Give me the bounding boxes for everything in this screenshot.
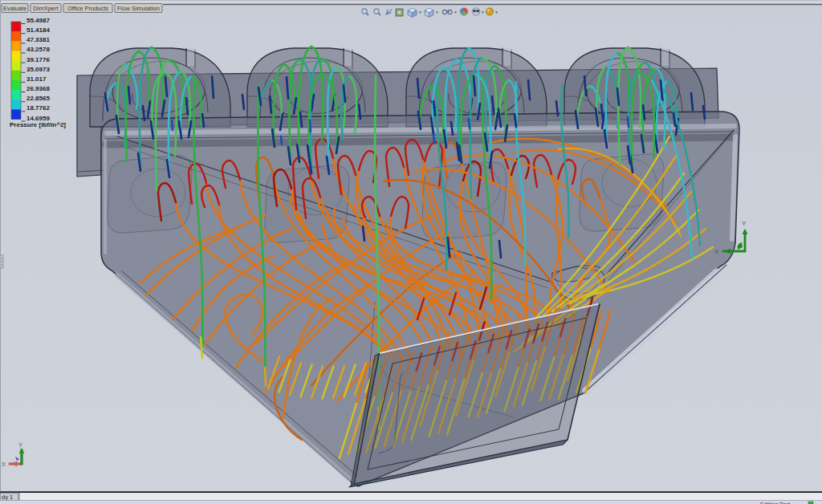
svg-text:Editing Part: Editing Part [760,501,790,504]
svg-text:51.4184: 51.4184 [26,26,50,34]
svg-text:Evaluate: Evaluate [3,5,26,12]
svg-text:X: X [2,461,6,468]
svg-text:22.8565: 22.8565 [26,95,50,102]
svg-text:47.3381: 47.3381 [26,36,50,43]
svg-text:18.7762: 18.7762 [26,104,50,112]
svg-text:26.9368: 26.9368 [26,85,50,92]
svg-text:X: X [714,248,719,255]
svg-text:55.4987: 55.4987 [26,17,50,24]
svg-text:Pressure [lbf/in^2]: Pressure [lbf/in^2] [10,121,66,128]
svg-text:43.2578: 43.2578 [26,46,50,53]
svg-text:31.017: 31.017 [26,75,47,83]
svg-text:DimXpert: DimXpert [33,5,59,12]
svg-text:Flow Simulation: Flow Simulation [117,5,160,12]
svg-text:Y: Y [742,220,747,227]
svg-text:35.0973: 35.0973 [26,66,50,73]
svg-text:39.1776: 39.1776 [26,56,50,63]
svg-text:Office Products: Office Products [67,5,108,12]
svg-text:dy 1: dy 1 [2,494,13,501]
svg-text:Y: Y [18,441,22,449]
